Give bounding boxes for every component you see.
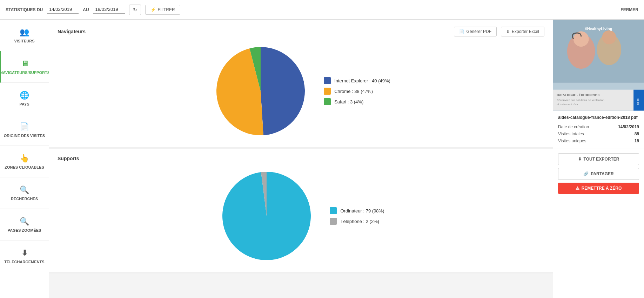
svg-point-4 (573, 31, 589, 47)
sidebar-item-navigateurs[interactable]: 🖥 NAVIGATEURS/SUPPORTS (0, 51, 49, 83)
visites-totales-value: 88 (635, 131, 639, 136)
visites-totales-label: Visites totales (558, 131, 584, 136)
navigateurs-pie-svg (212, 42, 310, 140)
chrome-color (324, 88, 331, 95)
ordinateur-color (330, 207, 337, 214)
navigateurs-title: Navigateurs (58, 29, 86, 34)
navigateurs-actions: 📄 Générer PDF ⬇ Exporter Excel (454, 27, 544, 36)
stats-label: STATISTIQUES DU (6, 7, 43, 12)
topbar: STATISTIQUES DU AU ↻ ⚡ FILTRER FERMER (0, 0, 644, 20)
legend-item-safari: Safari : 3 (4%) (324, 98, 390, 105)
share-button[interactable]: 🔗 PARTAGER (558, 168, 639, 180)
supports-legend: Ordinateur : 79 (98%) Téléphone : 2 (2%) (330, 207, 384, 225)
sidebar-item-label: NAVIGATEURS/SUPPORTS (0, 70, 49, 75)
sidebar-item-pays[interactable]: 🌐 PAYS (0, 83, 49, 114)
visites-uniques-label: Visites uniques (558, 138, 586, 143)
stat-visites-totales: Visites totales 88 (558, 130, 639, 137)
supports-title: Supports (58, 156, 79, 161)
document-icon: 📄 (20, 122, 29, 131)
sidebar-item-telechargements[interactable]: ⬇ TÉLÉCHARGEMENTS (0, 241, 49, 272)
reset-button[interactable]: ⚠ REMETTRE À ZÉRO (558, 183, 639, 194)
safari-color (324, 98, 331, 105)
supports-chart-area: Ordinateur : 79 (98%) Téléphone : 2 (2%) (58, 167, 544, 265)
share-icon: 🔗 (583, 171, 589, 176)
legend-item-telephone: Téléphone : 2 (2%) (330, 218, 384, 225)
supports-pie (217, 167, 316, 265)
globe-icon: 🌐 (20, 91, 29, 100)
sidebar-item-origine[interactable]: 📄 ORIGINE DES VISITES (0, 114, 49, 146)
svg-text:et traitement d'air: et traitement d'air (557, 103, 578, 106)
svg-text:aldes: aldes (636, 99, 639, 105)
ie-color (324, 77, 331, 84)
telephone-label: Téléphone : 2 (2%) (340, 219, 379, 224)
ordinateur-label: Ordinateur : 79 (98%) (340, 208, 384, 214)
svg-text:CATALOGUE - ÉDITION 2018: CATALOGUE - ÉDITION 2018 (557, 93, 599, 97)
sidebar-item-label: ZONES CLIQUABLES (5, 165, 44, 169)
share-label: PARTAGER (591, 171, 614, 176)
doc-preview: #HealthyLiving CATALOGUE - ÉDITION 2018 … (553, 20, 644, 111)
sidebar-item-zones[interactable]: 👆 ZONES CLIQUABLES (0, 146, 49, 177)
right-panel: #HealthyLiving CATALOGUE - ÉDITION 2018 … (553, 20, 644, 298)
telephone-color (330, 218, 337, 225)
legend-item-chrome: Chrome : 38 (47%) (324, 88, 390, 95)
legend-item-ordinateur: Ordinateur : 79 (98%) (330, 207, 384, 214)
sidebar-item-label: ORIGINE DES VISITES (4, 134, 45, 138)
refresh-button[interactable]: ↻ (129, 5, 141, 15)
search-icon: 🔍 (20, 185, 29, 195)
generate-pdf-button[interactable]: 📄 Générer PDF (454, 27, 497, 36)
sidebar-item-label: RECHERCHES (11, 197, 38, 201)
navigateurs-section: Navigateurs 📄 Générer PDF ⬇ Exporter Exc… (49, 20, 553, 149)
pointer-icon: 👆 (20, 154, 29, 163)
date-separator: AU (83, 7, 89, 12)
navigateurs-legend: Internet Explorer : 40 (49%) Chrome : 38… (324, 77, 390, 105)
sidebar-item-label: PAYS (19, 102, 29, 106)
pdf-icon: 📄 (459, 29, 464, 34)
svg-text:#HealthyLiving: #HealthyLiving (585, 27, 612, 31)
download-icon: ⬇ (21, 249, 28, 258)
date-from-input[interactable] (47, 5, 79, 14)
creation-value: 14/02/2019 (618, 124, 639, 129)
filter-label: FILTRER (158, 7, 175, 12)
reset-label: REMETTRE À ZÉRO (582, 186, 622, 191)
svg-text:Découvrez nos solutions de ven: Découvrez nos solutions de ventilation (557, 99, 604, 102)
supports-section: Supports Ordinateur : 79 (98%) Téléphone… (49, 149, 553, 273)
close-button[interactable]: FERMER (620, 7, 638, 12)
doc-name: aldes-catalogue-france-edition-2018 pdf (558, 115, 639, 120)
excel-icon: ⬇ (506, 29, 510, 34)
doc-info: aldes-catalogue-france-edition-2018 pdf … (553, 111, 644, 149)
date-to-input[interactable] (93, 5, 125, 14)
sidebar-item-pages[interactable]: 🔍 PAGES ZOOMÉES (0, 209, 49, 241)
navigateurs-pie (212, 42, 310, 140)
export-icon: ⬇ (578, 157, 582, 162)
stat-creation: Date de création 14/02/2019 (558, 123, 639, 130)
catalogue-cover-svg: #HealthyLiving CATALOGUE - ÉDITION 2018 … (553, 20, 644, 111)
sidebar: 👥 VISITEURS 🖥 NAVIGATEURS/SUPPORTS 🌐 PAY… (0, 20, 49, 298)
creation-label: Date de création (558, 124, 589, 129)
zoom-icon: 🔍 (20, 217, 29, 226)
visites-uniques-value: 18 (635, 138, 639, 143)
sidebar-item-recherches[interactable]: 🔍 RECHERCHES (0, 177, 49, 209)
sidebar-item-label: PAGES ZOOMÉES (8, 228, 41, 232)
sidebar-item-label: VISITEURS (14, 39, 34, 43)
legend-item-ie: Internet Explorer : 40 (49%) (324, 77, 390, 84)
monitor-icon: 🖥 (21, 59, 29, 68)
export-excel-button[interactable]: ⬇ Exporter Excel (501, 27, 544, 36)
ie-label: Internet Explorer : 40 (49%) (334, 78, 390, 83)
navigateurs-header: Navigateurs 📄 Générer PDF ⬇ Exporter Exc… (58, 27, 544, 36)
doc-preview-image: #HealthyLiving CATALOGUE - ÉDITION 2018 … (553, 20, 644, 111)
sidebar-item-visiteurs[interactable]: 👥 VISITEURS (0, 20, 49, 51)
export-label: TOUT EXPORTER (584, 157, 619, 162)
excel-label: Exporter Excel (512, 29, 539, 34)
export-all-button[interactable]: ⬇ TOUT EXPORTER (558, 153, 639, 165)
filter-icon: ⚡ (150, 7, 156, 12)
warning-icon: ⚠ (576, 186, 579, 191)
svg-point-5 (602, 30, 616, 44)
supports-pie-svg (217, 167, 316, 265)
filter-button[interactable]: ⚡ FILTRER (145, 5, 180, 15)
supports-header: Supports (58, 156, 544, 161)
layout: 👥 VISITEURS 🖥 NAVIGATEURS/SUPPORTS 🌐 PAY… (0, 20, 644, 298)
sidebar-item-label: TÉLÉCHARGEMENTS (4, 260, 44, 264)
pdf-label: Générer PDF (467, 29, 491, 34)
main-content: Navigateurs 📄 Générer PDF ⬇ Exporter Exc… (49, 20, 553, 298)
chrome-label: Chrome : 38 (47%) (334, 89, 373, 94)
